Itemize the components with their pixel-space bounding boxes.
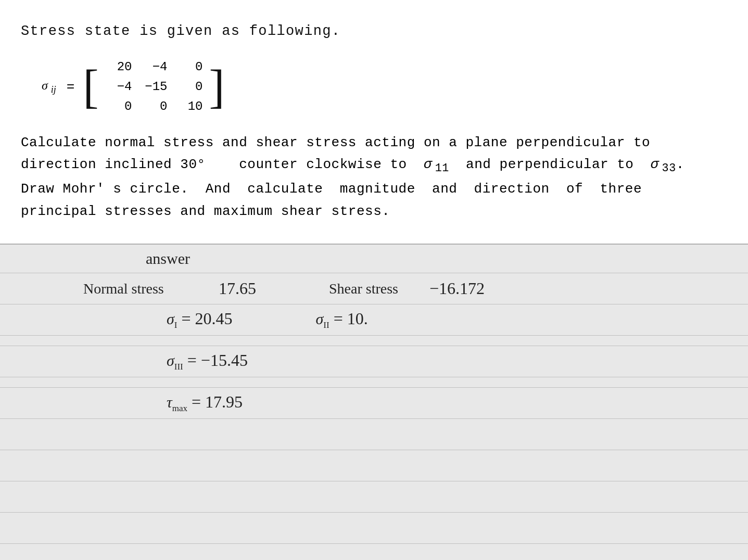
desc-line2: direction inclined 30° counter clockwise… <box>21 154 722 178</box>
principal1: σI = 20.45 <box>167 309 233 330</box>
normal-stress-label: Normal stress <box>83 281 187 297</box>
principal3: σIII = −15.45 <box>167 351 248 370</box>
tau-max: τmax = 17.95 <box>167 392 243 411</box>
desc-line3: Draw Mohr' s circle. And calculate magni… <box>21 178 722 200</box>
answer-label-line: answer <box>0 245 748 273</box>
shear-stress-label: Shear stress <box>329 281 398 297</box>
tau-max-line: τmax = 17.95 <box>0 388 748 419</box>
normal-shear-line: Normal stress 17.65 Shear stress −16.172 <box>0 273 748 304</box>
equals-sign: = <box>67 79 75 95</box>
principal12-line: σI = 20.45 σII = 10. <box>0 304 748 336</box>
m21: 0 <box>160 99 169 113</box>
bracket-right: ] <box>209 63 224 110</box>
shear-stress-value: −16.172 <box>429 279 485 298</box>
m20: 0 <box>124 99 134 113</box>
matrix-grid: 20 −4 0 −4 −15 0 0 0 10 <box>103 58 205 116</box>
m02: 0 <box>195 60 205 74</box>
m11: −15 <box>145 80 169 94</box>
spacer-line2 <box>0 377 748 388</box>
m10: −4 <box>117 80 134 94</box>
normal-stress-value: 17.65 <box>219 279 256 298</box>
principal2: σII = 10. <box>316 309 368 330</box>
problem-section: Stress state is given as following. σ ij… <box>0 0 748 245</box>
spacer-line1 <box>0 336 748 346</box>
description-text: Calculate normal stress and shear stress… <box>21 132 722 223</box>
empty-line5 <box>0 544 748 560</box>
m00: 20 <box>117 60 134 74</box>
principal3-line: σIII = −15.45 <box>0 346 748 377</box>
m12: 0 <box>195 80 205 94</box>
empty-line4 <box>0 513 748 544</box>
matrix-container: σ ij = [ 20 −4 0 −4 −15 0 0 0 10 ] <box>42 58 722 116</box>
answer-label: answer <box>115 250 190 267</box>
title-line: Stress state is given as following. <box>21 21 722 42</box>
matrix-label: σ ij <box>42 79 56 95</box>
bracket-left: [ <box>83 63 98 110</box>
desc-line1: Calculate normal stress and shear stress… <box>21 132 722 154</box>
empty-line2 <box>0 450 748 481</box>
empty-line3 <box>0 481 748 513</box>
matrix-wrapper: [ 20 −4 0 −4 −15 0 0 0 10 ] <box>83 58 224 116</box>
m22: 10 <box>188 99 205 113</box>
empty-line1 <box>0 419 748 450</box>
desc-line4: principal stresses and maximum shear str… <box>21 200 722 223</box>
title-text: Stress state is given as following. <box>21 23 340 39</box>
answer-section: answer Normal stress 17.65 Shear stress … <box>0 245 748 560</box>
m01: −4 <box>153 60 170 74</box>
lined-area: answer Normal stress 17.65 Shear stress … <box>0 245 748 560</box>
